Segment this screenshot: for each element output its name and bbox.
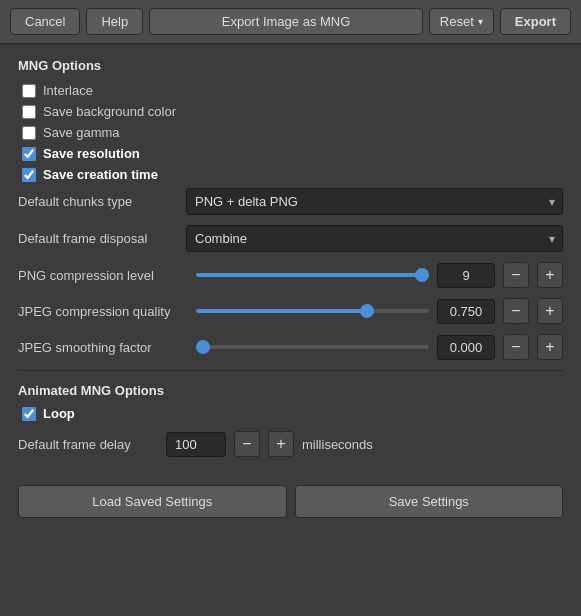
frame-delay-plus[interactable]: + (268, 431, 294, 457)
main-container: Cancel Help Export Image as MNG Reset ▾ … (0, 0, 581, 616)
reset-button[interactable]: Reset ▾ (429, 8, 494, 35)
content-area: MNG Options Interlace Save background co… (0, 44, 581, 485)
interlace-checkbox[interactable] (22, 84, 36, 98)
save-creation-time-checkbox[interactable] (22, 168, 36, 182)
loop-checkbox[interactable] (22, 407, 36, 421)
reset-label: Reset (440, 14, 474, 29)
default-chunks-type-wrapper: PNG + delta PNG PNG delta PNG JNG JDAA ▾ (186, 188, 563, 215)
cancel-button[interactable]: Cancel (10, 8, 80, 35)
save-resolution-row: Save resolution (18, 146, 563, 161)
save-bg-color-label: Save background color (43, 104, 176, 119)
save-gamma-label: Save gamma (43, 125, 120, 140)
default-frame-disposal-label: Default frame disposal (18, 231, 178, 246)
frame-delay-minus[interactable]: − (234, 431, 260, 457)
jpeg-quality-minus[interactable]: − (503, 298, 529, 324)
jpeg-smoothing-track (196, 337, 429, 357)
toolbar: Cancel Help Export Image as MNG Reset ▾ … (0, 0, 581, 44)
default-frame-disposal-row: Default frame disposal Combine Replace R… (18, 225, 563, 252)
save-bg-color-row: Save background color (18, 104, 563, 119)
default-chunks-type-select[interactable]: PNG + delta PNG PNG delta PNG JNG JDAA (186, 188, 563, 215)
save-resolution-checkbox[interactable] (22, 147, 36, 161)
jpeg-quality-value[interactable] (437, 299, 495, 324)
load-settings-button[interactable]: Load Saved Settings (18, 485, 287, 518)
jpeg-smoothing-minus[interactable]: − (503, 334, 529, 360)
reset-dropdown-arrow: ▾ (478, 16, 483, 27)
frame-delay-label: Default frame delay (18, 437, 158, 452)
png-compression-label: PNG compression level (18, 268, 188, 283)
loop-row: Loop (18, 406, 563, 421)
save-settings-button[interactable]: Save Settings (295, 485, 564, 518)
save-creation-time-label: Save creation time (43, 167, 158, 182)
mng-options-title: MNG Options (18, 58, 563, 73)
export-image-button[interactable]: Export Image as MNG (149, 8, 423, 35)
jpeg-quality-slider[interactable] (196, 309, 429, 313)
jpeg-smoothing-value[interactable] (437, 335, 495, 360)
jpeg-quality-label: JPEG compression quality (18, 304, 188, 319)
default-frame-disposal-select[interactable]: Combine Replace Restore to background Re… (186, 225, 563, 252)
animated-mng-title: Animated MNG Options (18, 383, 563, 398)
save-creation-time-row: Save creation time (18, 167, 563, 182)
save-bg-color-checkbox[interactable] (22, 105, 36, 119)
jpeg-smoothing-slider[interactable] (196, 345, 429, 349)
png-compression-row: PNG compression level − + (18, 262, 563, 288)
png-compression-minus[interactable]: − (503, 262, 529, 288)
jpeg-quality-row: JPEG compression quality − + (18, 298, 563, 324)
divider (18, 370, 563, 371)
png-compression-slider[interactable] (196, 273, 429, 277)
png-compression-value[interactable] (437, 263, 495, 288)
jpeg-smoothing-plus[interactable]: + (537, 334, 563, 360)
interlace-label: Interlace (43, 83, 93, 98)
milliseconds-label: milliseconds (302, 437, 373, 452)
default-frame-disposal-wrapper: Combine Replace Restore to background Re… (186, 225, 563, 252)
frame-delay-input[interactable] (166, 432, 226, 457)
default-chunks-type-label: Default chunks type (18, 194, 178, 209)
jpeg-smoothing-row: JPEG smoothing factor − + (18, 334, 563, 360)
png-compression-plus[interactable]: + (537, 262, 563, 288)
interlace-row: Interlace (18, 83, 563, 98)
save-gamma-checkbox[interactable] (22, 126, 36, 140)
help-button[interactable]: Help (86, 8, 143, 35)
default-chunks-type-row: Default chunks type PNG + delta PNG PNG … (18, 188, 563, 215)
save-resolution-label: Save resolution (43, 146, 140, 161)
save-gamma-row: Save gamma (18, 125, 563, 140)
loop-label: Loop (43, 406, 75, 421)
bottom-bar: Load Saved Settings Save Settings (0, 485, 581, 536)
jpeg-quality-track (196, 301, 429, 321)
png-compression-track (196, 265, 429, 285)
jpeg-smoothing-label: JPEG smoothing factor (18, 340, 188, 355)
jpeg-quality-plus[interactable]: + (537, 298, 563, 324)
frame-delay-row: Default frame delay − + milliseconds (18, 431, 563, 457)
export-button[interactable]: Export (500, 8, 571, 35)
